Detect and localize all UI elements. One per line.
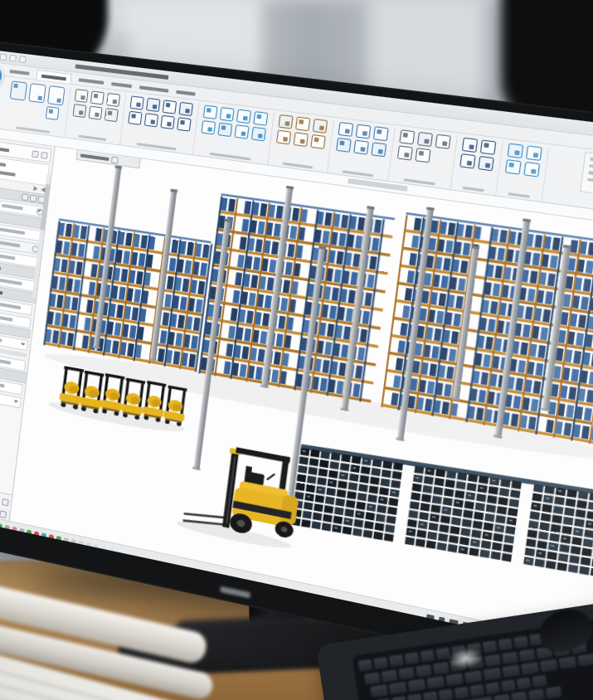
snap-toggle-icon[interactable] (12, 527, 17, 532)
ribbon-tool-icon[interactable] (203, 105, 218, 119)
ribbon-tool-icon[interactable] (356, 124, 372, 139)
ribbon-tool-icon[interactable] (89, 106, 103, 120)
ribbon-tool-icon[interactable] (373, 126, 389, 141)
ribbon-tool-icon[interactable] (220, 107, 235, 122)
ribbon-tool-icon[interactable] (313, 119, 328, 134)
ribbon-tool-icon[interactable] (163, 100, 177, 114)
keyboard-key (485, 682, 500, 694)
snap-toggle-icon[interactable] (56, 536, 61, 542)
ribbon-tool-icon[interactable] (235, 124, 250, 139)
keyboard-key (521, 662, 539, 675)
ribbon-tab[interactable] (10, 70, 30, 75)
snap-toggle-icon[interactable] (41, 532, 46, 538)
panel-pin-icon[interactable] (32, 150, 39, 158)
chevron-down-icon[interactable] (20, 343, 26, 348)
ribbon-tool-icon[interactable] (278, 114, 293, 129)
ribbon-tool-icon[interactable] (75, 89, 89, 103)
panel-close-icon[interactable] (41, 151, 48, 158)
ribbon-group (388, 128, 458, 189)
ribbon-tab[interactable] (176, 90, 196, 96)
ribbon-tool-icon[interactable] (415, 148, 430, 163)
snap-toggle-icon[interactable] (27, 530, 32, 536)
snap-toggle-icon[interactable] (78, 541, 83, 547)
ribbon-tool-icon[interactable] (251, 127, 266, 142)
ribbon-tool-icon[interactable] (177, 117, 192, 131)
ribbon-tab[interactable] (139, 85, 169, 92)
snap-toggle-icon[interactable] (19, 528, 24, 534)
ribbon-tool-icon[interactable] (336, 138, 352, 153)
quick-access-icon[interactable] (19, 56, 27, 63)
text-bar (0, 278, 22, 286)
ribbon-tab[interactable] (111, 82, 132, 88)
snap-toggle-icon[interactable] (70, 539, 75, 545)
ribbon-tool-icon[interactable] (178, 102, 193, 116)
ribbon-tool-icon[interactable] (338, 122, 354, 137)
text-bar (0, 314, 13, 322)
ribbon-tool-icon[interactable] (10, 80, 27, 100)
next-icon[interactable] (33, 186, 38, 192)
ribbon-tool-icon[interactable] (46, 106, 60, 120)
ribbon-tool-icon[interactable] (295, 116, 310, 131)
ribbon-tool-icon[interactable] (478, 156, 494, 171)
snap-toggle-icon[interactable] (0, 523, 2, 529)
ribbon-tool-icon[interactable] (90, 90, 105, 105)
keyboard-key (493, 694, 510, 700)
ribbon-tool-icon[interactable] (276, 130, 291, 145)
ribbon-tool-icon[interactable] (217, 123, 232, 138)
ribbon-tool-icon[interactable] (130, 95, 144, 109)
ribbon-tool-icon[interactable] (526, 145, 542, 161)
snap-toggle-icon[interactable] (101, 546, 106, 552)
section-button[interactable] (30, 194, 37, 202)
snap-toggle-icon[interactable] (85, 542, 90, 548)
view-tab-close-icon[interactable] (111, 156, 119, 163)
quick-access-icon[interactable] (9, 55, 17, 62)
ribbon-tool-icon[interactable] (399, 129, 415, 144)
text-bar (0, 254, 16, 260)
status-tool-icon[interactable] (439, 616, 445, 624)
ribbon-tool-icon[interactable] (28, 83, 46, 103)
ribbon-tool-icon[interactable] (146, 98, 160, 112)
ribbon-tool-icon[interactable] (106, 93, 120, 107)
status-tool-icon[interactable] (426, 614, 435, 621)
ribbon-tool-icon[interactable] (353, 140, 369, 155)
section-button[interactable] (22, 193, 29, 201)
ribbon-tool-icon[interactable] (253, 111, 268, 126)
ribbon-group (328, 120, 396, 181)
snap-toggle-icon[interactable] (4, 525, 9, 531)
keyboard-key (420, 649, 435, 662)
ribbon-tool-icon[interactable] (105, 108, 119, 122)
ribbon-tool-icon[interactable] (236, 109, 251, 124)
ribbon-tab[interactable] (79, 78, 105, 85)
ribbon-tool-icon[interactable] (397, 145, 413, 160)
ribbon-tool-icon[interactable] (507, 143, 523, 159)
keyboard-key (426, 676, 445, 689)
snap-toggle-icon[interactable] (34, 532, 39, 537)
modify-button[interactable] (0, 510, 7, 518)
ribbon-tool-icon[interactable] (310, 134, 325, 149)
ribbon-tool-icon[interactable] (201, 120, 216, 134)
snap-toggle-icon[interactable] (109, 547, 114, 553)
ribbon-tool-icon[interactable] (128, 111, 142, 125)
ribbon-tool-icon[interactable] (523, 162, 540, 177)
ribbon-tool-icon[interactable] (73, 104, 87, 118)
keyboard-key (546, 686, 562, 699)
snap-toggle-icon[interactable] (49, 534, 54, 540)
ribbon-tool-icon[interactable] (417, 132, 433, 147)
ribbon-tool-icon[interactable] (459, 153, 476, 168)
ribbon-tool-icon[interactable] (144, 113, 158, 127)
snap-toggle-icon[interactable] (63, 537, 68, 543)
quick-access-icon[interactable] (0, 53, 7, 61)
ribbon-tool-icon[interactable] (462, 138, 479, 153)
keyboard-key (513, 636, 528, 649)
snap-toggle-icon[interactable] (94, 544, 99, 550)
ribbon-tool-icon[interactable] (371, 142, 386, 157)
ribbon-tool-icon[interactable] (160, 115, 174, 129)
ribbon-tool-icon[interactable] (480, 139, 497, 154)
ribbon-tool-icon[interactable] (435, 134, 451, 149)
ribbon-tool-icon[interactable] (47, 85, 66, 105)
keyboard-key (398, 667, 415, 680)
ribbon-tool-icon[interactable] (505, 159, 522, 175)
footer-button[interactable] (2, 498, 9, 505)
ribbon-tool-icon[interactable] (294, 132, 309, 147)
chevron-down-icon[interactable] (13, 400, 19, 406)
